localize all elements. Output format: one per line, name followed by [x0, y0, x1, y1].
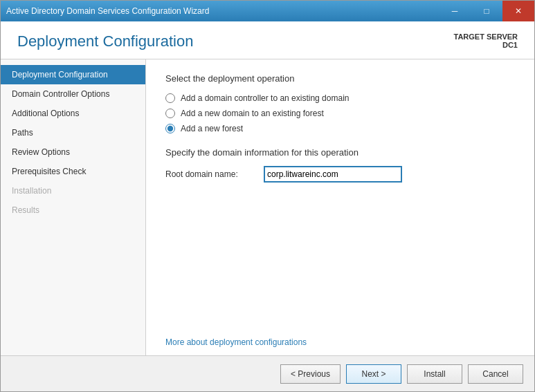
close-button[interactable]: ✕: [502, 1, 534, 21]
sidebar: Deployment Configuration Domain Controll…: [1, 59, 146, 355]
root-domain-field-row: Root domain name:: [165, 166, 515, 183]
title-bar-controls: ─ □ ✕: [439, 1, 534, 21]
radio-group-deployment: Add a domain controller to an existing d…: [165, 93, 515, 133]
target-server-info: TARGET SERVER DC1: [454, 32, 518, 49]
wizard-window: Active Directory Domain Services Configu…: [0, 0, 535, 392]
maximize-icon: □: [484, 7, 489, 15]
page-title: Deployment Configuration: [17, 32, 193, 50]
sidebar-item-paths[interactable]: Paths: [1, 123, 145, 142]
window-title: Active Directory Domain Services Configu…: [6, 6, 209, 16]
radio-input-add-new-domain[interactable]: [165, 109, 175, 118]
content-area: Select the deployment operation Add a do…: [146, 59, 534, 328]
page-header: Deployment Configuration TARGET SERVER D…: [1, 21, 534, 59]
close-icon: ✕: [515, 7, 522, 15]
domain-info-label: Specify the domain information for this …: [165, 147, 515, 158]
sidebar-item-prerequisites-check[interactable]: Prerequisites Check: [1, 162, 145, 181]
target-server-name: DC1: [454, 41, 518, 49]
radio-add-new-forest[interactable]: Add a new forest: [165, 124, 515, 133]
deployment-info-link[interactable]: More about deployment configurations: [165, 337, 307, 347]
sidebar-item-review-options[interactable]: Review Options: [1, 142, 145, 162]
next-button[interactable]: Next >: [346, 364, 401, 384]
previous-button[interactable]: < Previous: [280, 364, 341, 384]
radio-add-domain-controller[interactable]: Add a domain controller to an existing d…: [165, 93, 515, 103]
domain-info-section: Specify the domain information for this …: [165, 147, 515, 183]
radio-label-add-new-forest: Add a new forest: [181, 124, 243, 133]
deployment-operation-label: Select the deployment operation: [165, 73, 515, 84]
minimize-button[interactable]: ─: [439, 1, 471, 21]
radio-label-add-domain-controller: Add a domain controller to an existing d…: [181, 93, 349, 103]
sidebar-item-results: Results: [1, 200, 145, 220]
sidebar-item-additional-options[interactable]: Additional Options: [1, 104, 145, 123]
radio-add-new-domain[interactable]: Add a new domain to an existing forest: [165, 109, 515, 118]
radio-label-add-new-domain: Add a new domain to an existing forest: [181, 109, 324, 118]
sidebar-item-installation: Installation: [1, 181, 145, 200]
radio-input-add-domain-controller[interactable]: [165, 93, 175, 103]
target-server-label: TARGET SERVER: [454, 32, 518, 41]
bottom-bar: < Previous Next > Install Cancel: [1, 355, 534, 391]
root-domain-input[interactable]: [264, 166, 402, 183]
cancel-button[interactable]: Cancel: [468, 364, 523, 384]
footer-link-area: More about deployment configurations: [146, 328, 534, 355]
root-domain-label: Root domain name:: [165, 169, 255, 179]
title-bar: Active Directory Domain Services Configu…: [1, 1, 534, 21]
install-button[interactable]: Install: [407, 364, 462, 384]
main-content: Deployment Configuration Domain Controll…: [1, 59, 534, 355]
radio-input-add-new-forest[interactable]: [165, 124, 175, 133]
sidebar-item-deployment-configuration[interactable]: Deployment Configuration: [1, 65, 145, 84]
minimize-icon: ─: [452, 7, 458, 15]
maximize-button[interactable]: □: [471, 1, 502, 21]
sidebar-item-domain-controller-options[interactable]: Domain Controller Options: [1, 84, 145, 104]
